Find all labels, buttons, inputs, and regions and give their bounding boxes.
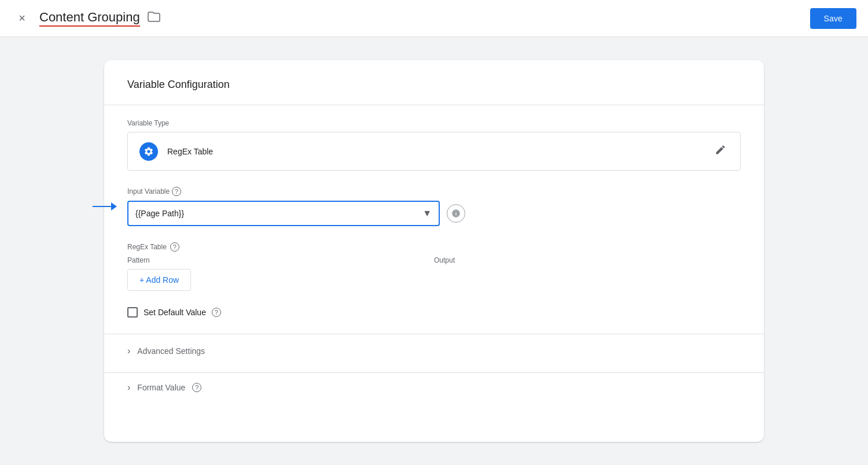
edit-variable-type-button[interactable] xyxy=(712,142,729,161)
input-variable-value: {{Page Path}} xyxy=(135,209,184,218)
add-row-button[interactable]: + Add Row xyxy=(127,269,191,291)
folder-icon[interactable] xyxy=(147,10,161,27)
advanced-settings-chevron: › xyxy=(127,346,130,356)
set-default-value-label: Set Default Value xyxy=(144,308,206,317)
input-variable-field-row: {{Page Path}} ▼ xyxy=(127,201,741,226)
input-variable-label: Input Variable ? xyxy=(127,187,741,196)
output-column-header: Output xyxy=(434,256,741,264)
format-value-row[interactable]: › Format Value ? xyxy=(127,373,741,393)
regex-table-label-row: RegEx Table ? xyxy=(127,242,741,252)
variable-type-section: Variable Type RegEx Table xyxy=(127,119,741,171)
blue-arrow-indicator xyxy=(93,202,117,211)
close-button[interactable]: × xyxy=(12,8,32,29)
variable-type-icon xyxy=(139,142,158,161)
variable-type-name: RegEx Table xyxy=(167,147,213,156)
variable-type-label: Variable Type xyxy=(127,119,741,127)
topbar: × Content Grouping Save xyxy=(0,0,868,37)
main-content: Variable Configuration Variable Type Reg… xyxy=(0,37,868,465)
regex-table-label: RegEx Table xyxy=(127,243,167,251)
dropdown-arrow-icon: ▼ xyxy=(422,208,432,219)
advanced-settings-row[interactable]: › Advanced Settings xyxy=(127,334,741,356)
set-default-value-help-icon[interactable]: ? xyxy=(212,308,221,317)
input-variable-select[interactable]: {{Page Path}} ▼ xyxy=(127,201,440,226)
table-headers: Pattern Output xyxy=(127,256,741,264)
format-value-label: Format Value xyxy=(137,383,185,392)
set-default-value-row: Set Default Value ? xyxy=(127,307,741,318)
variable-type-box: RegEx Table xyxy=(127,132,741,171)
pattern-column-header: Pattern xyxy=(127,256,434,264)
divider-top xyxy=(104,105,764,105)
regex-table-help-icon[interactable]: ? xyxy=(170,242,179,252)
format-value-help-icon[interactable]: ? xyxy=(192,383,201,392)
format-value-chevron: › xyxy=(127,382,130,393)
save-button[interactable]: Save xyxy=(810,8,856,29)
page-title: Content Grouping xyxy=(39,10,140,27)
set-default-value-checkbox[interactable] xyxy=(127,307,138,318)
card-title: Variable Configuration xyxy=(127,79,741,91)
variable-config-card: Variable Configuration Variable Type Reg… xyxy=(104,60,764,442)
advanced-settings-label: Advanced Settings xyxy=(137,346,205,356)
type-box-left: RegEx Table xyxy=(139,142,213,161)
input-variable-info-button[interactable] xyxy=(447,204,465,223)
regex-table-section: RegEx Table ? Pattern Output + Add Row xyxy=(127,242,741,291)
input-variable-help-icon[interactable]: ? xyxy=(172,187,181,196)
